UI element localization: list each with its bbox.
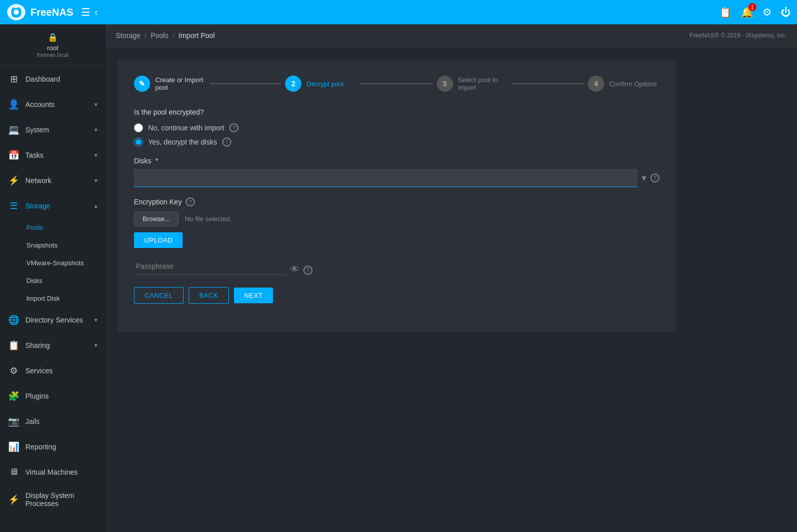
encryption-label-text: Encryption Key	[134, 198, 182, 206]
breadcrumb-sep-1: /	[145, 31, 147, 40]
form-section: Is the pool encrypted? No, continue with…	[134, 108, 660, 304]
sidebar-item-label: Display System Processes	[25, 491, 97, 508]
file-input-row: Browse... No file selected.	[134, 211, 660, 226]
radio-no-continue-label: No, continue with import	[148, 124, 224, 132]
copyright-text: FreeNAS® © 2019 - iXsystems, Inc.	[689, 32, 787, 39]
sidebar-sub-item-vmware-snapshots[interactable]: VMware-Snapshots	[0, 254, 106, 272]
sidebar-item-dashboard[interactable]: ⊞ Dashboard	[0, 66, 106, 92]
sidebar-sub-label: Snapshots	[26, 241, 57, 249]
user-lock-icon: 🔒	[48, 32, 58, 42]
sidebar-item-directory-services[interactable]: 🌐 Directory Services ▾	[0, 307, 106, 333]
disks-select[interactable]	[134, 169, 638, 187]
sidebar-item-services[interactable]: ⚙ Services	[0, 358, 106, 383]
sidebar-sub-label: VMware-Snapshots	[26, 259, 84, 267]
step-4: 4 Confirm Options	[588, 76, 660, 92]
back-icon[interactable]: ‹	[94, 7, 97, 18]
chevron-down-icon: ▾	[94, 152, 97, 159]
sidebar-sub-label: Pools	[26, 224, 43, 231]
app-name: FreeNAS	[30, 7, 73, 18]
upload-button[interactable]: UPLOAD	[134, 232, 183, 248]
app-logo: FreeNAS	[6, 3, 73, 21]
plugins-icon: 🧩	[8, 391, 19, 402]
dropdown-arrow-icon: ▾	[642, 172, 646, 184]
breadcrumb-sep-2: /	[172, 31, 175, 40]
directory-services-icon: 🌐	[8, 314, 19, 326]
radio-yes-decrypt[interactable]: Yes, decrypt the disks ?	[134, 137, 660, 147]
settings-icon[interactable]: ⚙	[763, 6, 772, 18]
sidebar-item-storage[interactable]: ☰ Storage ▴	[0, 193, 106, 219]
sidebar-item-plugins[interactable]: 🧩 Plugins	[0, 383, 106, 409]
cancel-button[interactable]: CANCEL	[134, 287, 184, 304]
sidebar-item-display-system-processes[interactable]: ⚡ Display System Processes	[0, 484, 106, 515]
back-button[interactable]: BACK	[189, 287, 229, 304]
topbar-right: 📋 🔔 1 ⚙ ⏻	[719, 6, 791, 18]
sidebar-item-label: System	[25, 126, 49, 134]
radio-group: No, continue with import ? Yes, decrypt …	[134, 123, 660, 147]
sidebar-sub-item-import-disk[interactable]: Import Disk	[0, 290, 106, 307]
sidebar: 🔒 root freenas.local ⊞ Dashboard 👤 Accou…	[0, 24, 106, 532]
sidebar-item-label: Sharing	[25, 341, 50, 349]
step-4-label: Confirm Options	[609, 80, 657, 88]
sidebar-item-network[interactable]: ⚡ Network ▾	[0, 168, 106, 193]
accounts-icon: 👤	[8, 99, 19, 110]
tasks-icon: 📅	[8, 150, 19, 161]
breadcrumb-pools[interactable]: Pools	[151, 31, 168, 40]
step-line-1	[210, 83, 281, 84]
help-icon-disks[interactable]: ?	[650, 173, 660, 183]
power-icon[interactable]: ⏻	[781, 7, 791, 18]
sidebar-sub-item-pools[interactable]: Pools	[0, 219, 106, 236]
passphrase-row: 👁 ?	[134, 258, 660, 275]
radio-no-continue[interactable]: No, continue with import ?	[134, 123, 660, 132]
network-icon: ⚡	[8, 175, 19, 186]
notes-icon[interactable]: 📋	[719, 6, 732, 18]
help-icon-yes-decrypt[interactable]: ?	[222, 137, 231, 147]
sidebar-item-jails[interactable]: 📷 Jails	[0, 409, 106, 434]
chevron-down-icon: ▾	[94, 316, 97, 324]
sidebar-item-label: Accounts	[25, 100, 55, 109]
storage-icon: ☰	[8, 200, 19, 211]
sidebar-item-accounts[interactable]: 👤 Accounts ▾	[0, 92, 106, 117]
logo-icon	[6, 3, 26, 21]
sidebar-item-label: Dashboard	[25, 75, 60, 83]
sidebar-item-label: Services	[25, 367, 53, 375]
sidebar-item-label: Network	[25, 176, 51, 185]
wizard-card: ✎ Create or Import pool 2 Decrypt pool 3…	[118, 59, 676, 332]
help-icon-no-continue[interactable]: ?	[229, 123, 238, 132]
notifications-icon[interactable]: 🔔 1	[741, 6, 753, 18]
sidebar-item-sharing[interactable]: 📋 Sharing ▾	[0, 333, 106, 358]
actions-row: CANCEL BACK NEXT	[134, 287, 660, 304]
sidebar-item-label: Tasks	[25, 151, 44, 159]
step-3: 3 Select pool to import	[437, 76, 508, 92]
browse-button[interactable]: Browse...	[134, 211, 179, 226]
radio-yes-decrypt-input[interactable]	[134, 137, 143, 147]
sidebar-user: 🔒 root freenas.local	[0, 24, 106, 66]
sidebar-item-tasks[interactable]: 📅 Tasks ▾	[0, 143, 106, 168]
step-4-circle: 4	[588, 76, 604, 92]
sidebar-item-label: Storage	[25, 202, 50, 210]
radio-no-continue-input[interactable]	[134, 123, 143, 132]
step-line-3	[512, 83, 584, 84]
sidebar-item-system[interactable]: 💻 System ▾	[0, 117, 106, 143]
help-icon-passphrase[interactable]: ?	[303, 266, 313, 275]
content-area: Storage / Pools / Import Pool FreeNAS® ©…	[106, 24, 797, 532]
sidebar-item-label: Virtual Machines	[25, 468, 78, 476]
sidebar-sub-item-snapshots[interactable]: Snapshots	[0, 236, 106, 254]
breadcrumb-storage[interactable]: Storage	[116, 31, 141, 40]
step-3-circle: 3	[437, 76, 453, 92]
sidebar-item-label: Jails	[25, 417, 40, 425]
eye-icon[interactable]: 👁	[290, 264, 299, 275]
next-button[interactable]: NEXT	[234, 288, 273, 303]
svg-point-1	[14, 10, 19, 15]
menu-icon[interactable]: ☰	[81, 6, 90, 18]
sidebar-item-virtual-machines[interactable]: 🖥 Virtual Machines	[0, 459, 106, 484]
sidebar-item-reporting[interactable]: 📊 Reporting	[0, 434, 106, 459]
sidebar-sub-item-disks[interactable]: Disks	[0, 272, 106, 290]
help-icon-encryption[interactable]: ?	[186, 197, 195, 206]
sidebar-hostname: freenas.local	[37, 52, 68, 58]
chevron-down-icon: ▾	[94, 101, 97, 108]
sidebar-sub-label: Import Disk	[26, 295, 60, 302]
step-line-2	[361, 83, 432, 84]
step-1-circle: ✎	[134, 76, 150, 92]
passphrase-input[interactable]	[134, 258, 286, 275]
breadcrumb-current: Import Pool	[179, 31, 215, 40]
